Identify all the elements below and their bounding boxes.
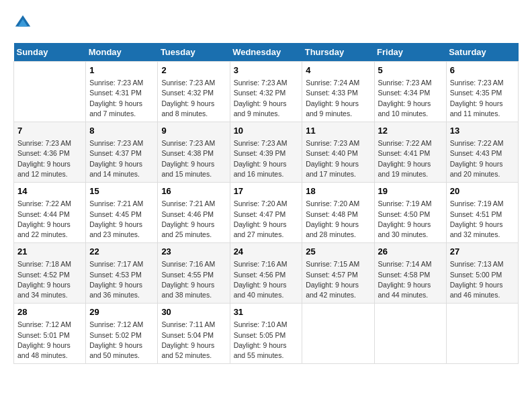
calendar-cell: 12Sunrise: 7:22 AM Sunset: 4:41 PM Dayli…: [374, 122, 446, 183]
calendar-cell: 9Sunrise: 7:23 AM Sunset: 4:38 PM Daylig…: [158, 122, 230, 183]
calendar-cell: 31Sunrise: 7:10 AM Sunset: 5:05 PM Dayli…: [230, 304, 302, 364]
calendar-header-row: SundayMondayTuesdayWednesdayThursdayFrid…: [14, 43, 519, 62]
calendar-cell: 27Sunrise: 7:13 AM Sunset: 5:00 PM Dayli…: [446, 243, 518, 304]
calendar-cell: 26Sunrise: 7:14 AM Sunset: 4:58 PM Dayli…: [374, 243, 446, 304]
day-of-week-header: Tuesday: [158, 43, 230, 62]
day-number: 24: [234, 246, 299, 258]
day-info: Sunrise: 7:19 AM Sunset: 4:51 PM Dayligh…: [450, 199, 515, 240]
day-number: 8: [89, 125, 154, 137]
day-info: Sunrise: 7:23 AM Sunset: 4:38 PM Dayligh…: [161, 138, 226, 179]
day-info: Sunrise: 7:21 AM Sunset: 4:46 PM Dayligh…: [161, 199, 226, 240]
day-number: 4: [306, 64, 370, 77]
calendar-cell: 22Sunrise: 7:17 AM Sunset: 4:53 PM Dayli…: [86, 243, 158, 304]
calendar-cell: 7Sunrise: 7:23 AM Sunset: 4:36 PM Daylig…: [14, 122, 86, 183]
day-info: Sunrise: 7:22 AM Sunset: 4:43 PM Dayligh…: [450, 138, 515, 179]
day-info: Sunrise: 7:23 AM Sunset: 4:39 PM Dayligh…: [234, 138, 299, 179]
day-info: Sunrise: 7:23 AM Sunset: 4:40 PM Dayligh…: [306, 138, 370, 179]
day-info: Sunrise: 7:20 AM Sunset: 4:48 PM Dayligh…: [306, 199, 370, 240]
calendar-cell: 14Sunrise: 7:22 AM Sunset: 4:44 PM Dayli…: [14, 183, 86, 243]
day-info: Sunrise: 7:12 AM Sunset: 5:02 PM Dayligh…: [89, 320, 154, 361]
day-info: Sunrise: 7:23 AM Sunset: 4:31 PM Dayligh…: [89, 78, 154, 119]
calendar-cell: 13Sunrise: 7:22 AM Sunset: 4:43 PM Dayli…: [446, 122, 518, 183]
day-number: 26: [378, 246, 443, 258]
day-number: 30: [161, 306, 226, 318]
day-number: 13: [450, 125, 515, 137]
calendar-cell: 4Sunrise: 7:24 AM Sunset: 4:33 PM Daylig…: [302, 62, 374, 122]
day-number: 17: [234, 185, 299, 197]
calendar-cell: 6Sunrise: 7:23 AM Sunset: 4:35 PM Daylig…: [446, 62, 518, 122]
day-number: 7: [17, 125, 82, 137]
calendar-cell: 24Sunrise: 7:16 AM Sunset: 4:56 PM Dayli…: [230, 243, 302, 304]
day-of-week-header: Monday: [86, 43, 158, 62]
calendar-cell: 20Sunrise: 7:19 AM Sunset: 4:51 PM Dayli…: [446, 183, 518, 243]
day-number: 22: [89, 246, 154, 258]
calendar-cell: 18Sunrise: 7:20 AM Sunset: 4:48 PM Dayli…: [302, 183, 374, 243]
day-number: 10: [234, 125, 299, 137]
calendar-cell: 25Sunrise: 7:15 AM Sunset: 4:57 PM Dayli…: [302, 243, 374, 304]
calendar-week-row: 1Sunrise: 7:23 AM Sunset: 4:31 PM Daylig…: [14, 62, 519, 122]
day-number: 28: [17, 306, 82, 318]
page-header: [13, 13, 519, 32]
day-info: Sunrise: 7:23 AM Sunset: 4:32 PM Dayligh…: [161, 78, 226, 119]
calendar-table: SundayMondayTuesdayWednesdayThursdayFrid…: [13, 43, 519, 364]
day-info: Sunrise: 7:16 AM Sunset: 4:55 PM Dayligh…: [161, 259, 226, 300]
day-info: Sunrise: 7:12 AM Sunset: 5:01 PM Dayligh…: [17, 320, 82, 361]
calendar-cell: 8Sunrise: 7:23 AM Sunset: 4:37 PM Daylig…: [86, 122, 158, 183]
day-info: Sunrise: 7:23 AM Sunset: 4:32 PM Dayligh…: [234, 78, 299, 119]
calendar-cell: 3Sunrise: 7:23 AM Sunset: 4:32 PM Daylig…: [230, 62, 302, 122]
logo-icon: [13, 13, 32, 32]
day-info: Sunrise: 7:19 AM Sunset: 4:50 PM Dayligh…: [378, 199, 443, 240]
calendar-cell: 17Sunrise: 7:20 AM Sunset: 4:47 PM Dayli…: [230, 183, 302, 243]
calendar-week-row: 21Sunrise: 7:18 AM Sunset: 4:52 PM Dayli…: [14, 243, 519, 304]
day-info: Sunrise: 7:10 AM Sunset: 5:05 PM Dayligh…: [234, 320, 299, 361]
day-info: Sunrise: 7:13 AM Sunset: 5:00 PM Dayligh…: [450, 259, 515, 300]
calendar-cell: 21Sunrise: 7:18 AM Sunset: 4:52 PM Dayli…: [14, 243, 86, 304]
day-info: Sunrise: 7:16 AM Sunset: 4:56 PM Dayligh…: [234, 259, 299, 300]
day-info: Sunrise: 7:15 AM Sunset: 4:57 PM Dayligh…: [306, 259, 370, 300]
day-of-week-header: Sunday: [14, 43, 86, 62]
calendar-cell: 30Sunrise: 7:11 AM Sunset: 5:04 PM Dayli…: [158, 304, 230, 364]
calendar-cell: 1Sunrise: 7:23 AM Sunset: 4:31 PM Daylig…: [86, 62, 158, 122]
day-info: Sunrise: 7:22 AM Sunset: 4:44 PM Dayligh…: [17, 199, 82, 240]
logo: [13, 13, 35, 32]
calendar-cell: 15Sunrise: 7:21 AM Sunset: 4:45 PM Dayli…: [86, 183, 158, 243]
calendar-cell: 10Sunrise: 7:23 AM Sunset: 4:39 PM Dayli…: [230, 122, 302, 183]
day-number: 27: [450, 246, 515, 258]
day-number: 21: [17, 246, 82, 258]
day-number: 11: [306, 125, 370, 137]
day-number: 23: [161, 246, 226, 258]
calendar-cell: 11Sunrise: 7:23 AM Sunset: 4:40 PM Dayli…: [302, 122, 374, 183]
day-number: 5: [378, 64, 443, 77]
calendar-cell: [446, 304, 518, 364]
day-info: Sunrise: 7:20 AM Sunset: 4:47 PM Dayligh…: [234, 199, 299, 240]
day-number: 25: [306, 246, 370, 258]
day-info: Sunrise: 7:24 AM Sunset: 4:33 PM Dayligh…: [306, 78, 370, 119]
day-number: 2: [161, 64, 226, 77]
calendar-cell: [374, 304, 446, 364]
day-number: 16: [161, 185, 226, 197]
day-info: Sunrise: 7:18 AM Sunset: 4:52 PM Dayligh…: [17, 259, 82, 300]
calendar-week-row: 7Sunrise: 7:23 AM Sunset: 4:36 PM Daylig…: [14, 122, 519, 183]
day-number: 1: [89, 64, 154, 77]
day-number: 19: [378, 185, 443, 197]
calendar-cell: [14, 62, 86, 122]
day-info: Sunrise: 7:23 AM Sunset: 4:36 PM Dayligh…: [17, 138, 82, 179]
day-number: 29: [89, 306, 154, 318]
day-info: Sunrise: 7:23 AM Sunset: 4:35 PM Dayligh…: [450, 78, 515, 119]
calendar-cell: [302, 304, 374, 364]
calendar-cell: 19Sunrise: 7:19 AM Sunset: 4:50 PM Dayli…: [374, 183, 446, 243]
calendar-week-row: 14Sunrise: 7:22 AM Sunset: 4:44 PM Dayli…: [14, 183, 519, 243]
day-info: Sunrise: 7:21 AM Sunset: 4:45 PM Dayligh…: [89, 199, 154, 240]
calendar-cell: 16Sunrise: 7:21 AM Sunset: 4:46 PM Dayli…: [158, 183, 230, 243]
day-info: Sunrise: 7:17 AM Sunset: 4:53 PM Dayligh…: [89, 259, 154, 300]
calendar-cell: 28Sunrise: 7:12 AM Sunset: 5:01 PM Dayli…: [14, 304, 86, 364]
day-of-week-header: Wednesday: [230, 43, 302, 62]
day-number: 31: [234, 306, 299, 318]
calendar-week-row: 28Sunrise: 7:12 AM Sunset: 5:01 PM Dayli…: [14, 304, 519, 364]
day-number: 15: [89, 185, 154, 197]
day-info: Sunrise: 7:22 AM Sunset: 4:41 PM Dayligh…: [378, 138, 443, 179]
calendar-cell: 23Sunrise: 7:16 AM Sunset: 4:55 PM Dayli…: [158, 243, 230, 304]
calendar-cell: 29Sunrise: 7:12 AM Sunset: 5:02 PM Dayli…: [86, 304, 158, 364]
day-number: 6: [450, 64, 515, 77]
day-of-week-header: Saturday: [446, 43, 518, 62]
